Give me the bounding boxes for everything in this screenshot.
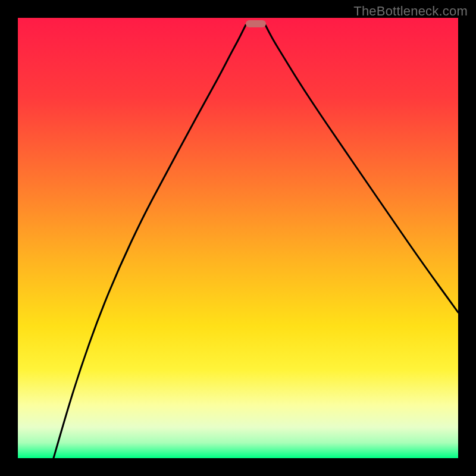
chart-background bbox=[18, 18, 458, 458]
chart-svg bbox=[18, 18, 458, 458]
minimum-marker bbox=[246, 20, 266, 27]
watermark-text: TheBottleneck.com bbox=[353, 4, 468, 19]
chart-frame bbox=[18, 18, 458, 458]
